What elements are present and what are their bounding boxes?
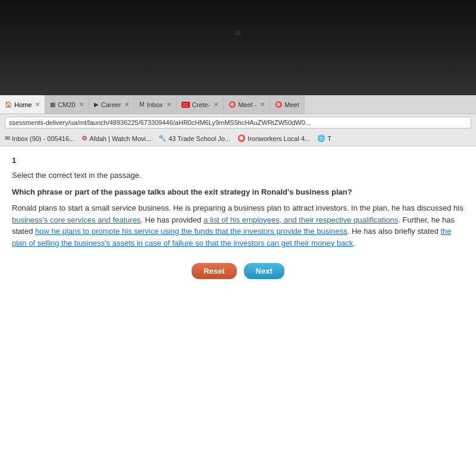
tab-home-close[interactable]: ✕ <box>35 101 40 108</box>
bookmark-t-label: T <box>327 135 331 142</box>
bookmark-afdah[interactable]: ⚙ Afdah | Watch Movi... <box>82 134 151 142</box>
reset-button[interactable]: Reset <box>192 263 236 279</box>
passage-highlight3[interactable]: how he plans to promote his service usin… <box>35 227 347 236</box>
tab-crete[interactable]: 22 Crete- ✕ <box>177 95 224 114</box>
passage-sentence4: . He has also briefly stated <box>347 227 441 236</box>
tab-cm20-close[interactable]: ✕ <box>79 101 84 108</box>
bookmark-ironworkers[interactable]: ⭕ Ironworkers Local 4... <box>237 134 310 142</box>
next-button[interactable]: Next <box>244 263 284 279</box>
bookmark-afdah-icon: ⚙ <box>82 134 87 142</box>
tab-career[interactable]: ▶ Career ✕ <box>89 95 135 114</box>
bookmarks-bar: ✉ Inbox (90) - 005416... ⚙ Afdah | Watch… <box>0 131 476 146</box>
bookmark-t[interactable]: 🌐 T <box>317 134 331 142</box>
tab-meet1[interactable]: ⭕ Meet - ✕ <box>224 95 270 114</box>
url-input[interactable] <box>5 117 471 129</box>
tab-home[interactable]: 🏠 Home ✕ <box>0 95 45 114</box>
address-bar <box>0 114 476 131</box>
tab-bar: 🏠 Home ✕ ▦ CM20 ✕ ▶ Career ✕ M Inbox ✕ 2… <box>0 95 476 114</box>
bookmark-t-icon: 🌐 <box>317 134 325 142</box>
passage-highlight1[interactable]: business's core services and features <box>12 215 140 224</box>
bookmark-inbox-icon: ✉ <box>5 134 10 142</box>
passage-text: Ronald plans to start a small service bu… <box>12 202 464 249</box>
tab-cm20[interactable]: ▦ CM20 ✕ <box>45 95 89 114</box>
bookmark-trade-label: 43 Trade School Jo... <box>168 135 230 142</box>
bookmark-trade[interactable]: 🔧 43 Trade School Jo... <box>158 134 230 142</box>
camera <box>235 30 241 36</box>
tab-inbox-close[interactable]: ✕ <box>167 101 171 108</box>
button-row: Reset Next <box>12 263 464 279</box>
tab-career-close[interactable]: ✕ <box>124 101 129 108</box>
tab-crete-label: Crete- <box>192 101 211 108</box>
tab-cm20-label: CM20 <box>58 101 75 108</box>
instruction-text: Select the correct text in the passage. <box>12 171 464 180</box>
question-prompt: Which phrase or part of the passage talk… <box>12 187 464 198</box>
tab-meet2[interactable]: ⭕ Meet <box>270 95 304 114</box>
passage-sentence5: . <box>353 239 355 248</box>
passage-highlight2[interactable]: a list of his employees, and their respe… <box>203 215 398 224</box>
bookmark-trade-icon: 🔧 <box>158 134 167 142</box>
tab-inbox-label: Inbox <box>147 101 163 108</box>
bookmark-afdah-label: Afdah | Watch Movi... <box>89 135 151 142</box>
bookmark-ironworkers-label: Ironworkers Local 4... <box>248 135 310 142</box>
home-icon: 🏠 <box>5 101 12 108</box>
career-icon: ▶ <box>94 101 99 108</box>
meet1-icon: ⭕ <box>228 101 236 108</box>
bookmark-inbox[interactable]: ✉ Inbox (90) - 005416... <box>5 134 74 142</box>
crete-icon: 22 <box>181 102 190 108</box>
content-area: 1 Select the correct text in the passage… <box>0 146 476 476</box>
browser-window: 🏠 Home ✕ ▦ CM20 ✕ ▶ Career ✕ M Inbox ✕ 2… <box>0 95 476 476</box>
tab-inbox[interactable]: M Inbox ✕ <box>134 95 176 114</box>
passage-sentence1: Ronald plans to start a small service bu… <box>12 203 464 212</box>
inbox-icon: M <box>139 101 144 108</box>
tab-meet2-label: Meet <box>284 101 299 108</box>
meet2-icon: ⭕ <box>275 101 282 108</box>
cm20-icon: ▦ <box>50 101 55 108</box>
tab-crete-close[interactable]: ✕ <box>214 101 218 108</box>
bookmark-ironworkers-icon: ⭕ <box>237 134 246 142</box>
tab-home-label: Home <box>14 101 32 108</box>
tab-career-label: Career <box>101 101 121 108</box>
bookmark-inbox-label: Inbox (90) - 005416... <box>12 135 74 142</box>
question-number: 1 <box>12 156 464 165</box>
tab-meet1-close[interactable]: ✕ <box>260 101 265 108</box>
top-bezel <box>0 0 476 95</box>
passage-sentence2: . He has provided <box>140 215 203 224</box>
tab-meet1-label: Meet - <box>238 101 256 108</box>
